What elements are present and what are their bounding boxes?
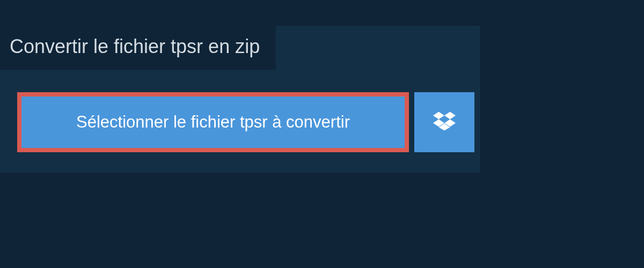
button-row: Sélectionner le fichier tpsr à convertir bbox=[17, 92, 480, 152]
title-text: Convertir le fichier tpsr en zip bbox=[10, 35, 260, 57]
dropbox-button[interactable] bbox=[414, 92, 474, 152]
select-file-button[interactable]: Sélectionner le fichier tpsr à convertir bbox=[17, 92, 409, 152]
select-file-label: Sélectionner le fichier tpsr à convertir bbox=[76, 113, 350, 132]
page-title: Convertir le fichier tpsr en zip bbox=[0, 26, 276, 70]
converter-panel: Convertir le fichier tpsr en zip Sélecti… bbox=[0, 26, 480, 173]
dropbox-icon bbox=[433, 110, 456, 135]
